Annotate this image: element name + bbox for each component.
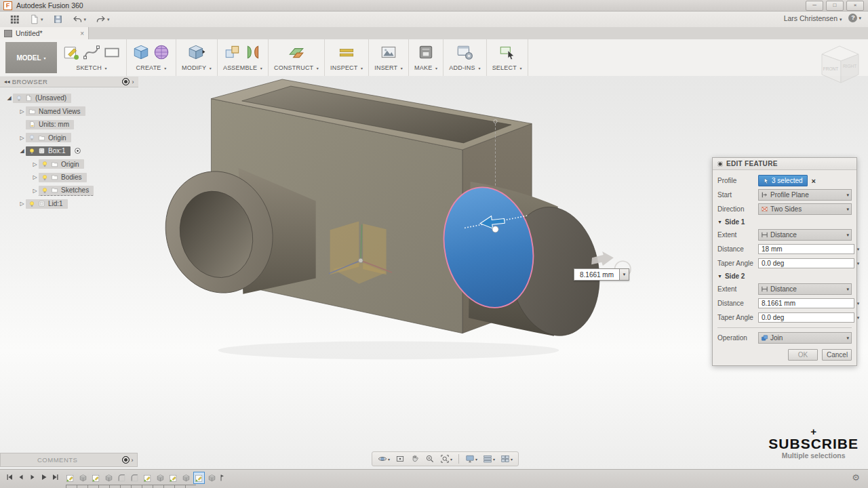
timeline-feature-sketch[interactable] xyxy=(167,472,179,484)
browser-item-origin[interactable]: ▷Origin xyxy=(0,158,138,171)
expander-icon[interactable]: ◢ xyxy=(5,95,13,101)
measure-icon[interactable] xyxy=(338,43,355,61)
browser-item-bodies[interactable]: ▷Bodies xyxy=(0,171,138,184)
browser-item-box-1[interactable]: ◢Box:1 xyxy=(0,144,138,158)
panel-expand-icon[interactable]: › xyxy=(132,457,134,464)
expander-icon[interactable]: ▷ xyxy=(31,188,39,194)
tree-node-chip[interactable]: Bodies xyxy=(39,173,87,182)
tree-node-chip[interactable]: (Unsaved) xyxy=(13,94,71,103)
select-icon[interactable] xyxy=(498,43,516,61)
ribbon-menu-modify[interactable]: MODIFY ▾ xyxy=(182,64,212,71)
display-toggle-icon[interactable] xyxy=(122,78,130,85)
tree-node-chip[interactable]: Named Views xyxy=(26,106,85,116)
visibility-bulb-icon[interactable] xyxy=(28,148,35,155)
side2-distance-input[interactable] xyxy=(758,298,854,308)
side2-section[interactable]: ▼ Side 2 xyxy=(717,270,852,282)
expander-icon[interactable]: ▷ xyxy=(18,201,26,207)
joint-icon[interactable] xyxy=(244,43,262,61)
dimension-input[interactable] xyxy=(574,268,620,281)
side1-section[interactable]: ▼ Side 1 xyxy=(717,216,852,228)
ribbon-menu-create[interactable]: CREATE ▾ xyxy=(136,64,167,71)
save-button[interactable] xyxy=(53,14,63,26)
orbit-icon[interactable]: ▾ xyxy=(376,453,392,465)
box-icon[interactable] xyxy=(132,43,150,61)
side2-taper-input[interactable] xyxy=(758,312,854,323)
timeline-feature-extrude[interactable] xyxy=(180,472,192,484)
workspace-selector[interactable]: MODEL▾ xyxy=(5,42,57,73)
side1-distance-input[interactable] xyxy=(758,244,854,254)
pan-icon[interactable] xyxy=(408,453,422,465)
visibility-bulb-icon[interactable] xyxy=(28,134,35,141)
fit-icon[interactable]: ▾ xyxy=(438,453,454,465)
side1-extent-dropdown[interactable]: Distance▾ xyxy=(758,229,852,241)
component-icon[interactable] xyxy=(224,43,241,61)
redo-button[interactable] xyxy=(96,14,106,26)
operation-dropdown[interactable]: Join▾ xyxy=(758,332,852,344)
undo-button[interactable] xyxy=(73,14,83,26)
playback-last-button[interactable] xyxy=(52,473,60,481)
browser-item-origin[interactable]: ▷Origin xyxy=(0,131,138,145)
press-pull-icon[interactable] xyxy=(188,43,205,61)
timeline-feature-fillet[interactable] xyxy=(129,472,140,484)
ribbon-menu-sketch[interactable]: SKETCH ▾ xyxy=(76,64,107,71)
viewports-icon[interactable]: ▾ xyxy=(498,453,515,465)
cancel-button[interactable]: Cancel xyxy=(822,349,852,361)
direction-dropdown[interactable]: Two Sides▾ xyxy=(758,203,852,215)
spinner-icon[interactable]: ▼ xyxy=(854,258,862,268)
addins-icon[interactable] xyxy=(456,43,473,61)
expander-icon[interactable]: ▷ xyxy=(31,174,39,180)
tree-node-chip[interactable]: Sketches xyxy=(39,186,94,196)
close-button[interactable]: × xyxy=(846,1,864,11)
ribbon-menu-add-ins[interactable]: ADD-INS ▾ xyxy=(449,64,480,71)
clear-selection-icon[interactable]: × xyxy=(812,177,816,185)
timeline-feature-fillet[interactable] xyxy=(116,472,127,484)
spinner-icon[interactable]: ▼ xyxy=(854,298,862,308)
view-cube[interactable]: FRONT RIGHT xyxy=(814,39,865,92)
browser-item-sketches[interactable]: ▷Sketches xyxy=(0,184,138,198)
visibility-bulb-icon[interactable] xyxy=(16,95,22,102)
form-icon[interactable] xyxy=(153,43,170,61)
expander-icon[interactable]: ▷ xyxy=(18,135,26,141)
playback-first-button[interactable] xyxy=(5,473,14,481)
timeline-feature-sketch[interactable] xyxy=(90,472,102,484)
document-tab[interactable]: Untitled* × xyxy=(0,27,89,39)
profile-selected-button[interactable]: 3 selected xyxy=(758,175,808,186)
rectangle-icon[interactable] xyxy=(103,43,121,61)
tree-node-chip[interactable]: Origin xyxy=(26,133,71,142)
ribbon-menu-assemble[interactable]: ASSEMBLE ▾ xyxy=(223,64,262,71)
expander-icon[interactable]: ▷ xyxy=(18,108,26,115)
dimension-spinner[interactable]: ▼ xyxy=(620,268,629,281)
expander-icon[interactable]: ▷ xyxy=(31,161,39,167)
help-menu[interactable]: ?▾ xyxy=(848,14,861,22)
image-icon[interactable] xyxy=(380,43,397,61)
timeline-marker-icon[interactable] xyxy=(219,472,227,483)
timeline-feature-sketch[interactable] xyxy=(193,472,205,484)
collapse-panel-icon[interactable]: ◂◂ xyxy=(4,79,12,85)
browser-item-lid-1[interactable]: ▷Lid:1 xyxy=(0,197,138,211)
spinner-icon[interactable]: ▼ xyxy=(854,244,862,254)
panel-expand-icon[interactable]: › xyxy=(132,79,135,85)
tree-node-chip[interactable]: Lid:1 xyxy=(26,199,68,209)
tree-node-chip[interactable]: Units: mm xyxy=(26,120,74,129)
user-menu[interactable]: Lars Christensen ▾ xyxy=(784,14,842,22)
playback-play-button[interactable] xyxy=(40,473,48,481)
apps-grid-icon[interactable] xyxy=(9,14,20,26)
timeline-settings-icon[interactable]: ⚙ xyxy=(852,472,860,483)
browser-item-units-mm[interactable]: Units: mm xyxy=(0,118,138,131)
ribbon-menu-construct[interactable]: CONSTRUCT ▾ xyxy=(274,64,319,71)
timeline-feature-extrude[interactable] xyxy=(103,472,115,484)
minimize-button[interactable]: ─ xyxy=(806,1,823,11)
ribbon-menu-inspect[interactable]: INSPECT ▾ xyxy=(330,64,363,71)
comments-panel[interactable]: COMMENTS › xyxy=(0,453,138,467)
file-menu-button[interactable] xyxy=(29,14,39,26)
tree-node-chip[interactable]: Origin xyxy=(39,159,84,169)
expander-icon[interactable]: ◢ xyxy=(18,148,26,154)
ribbon-menu-insert[interactable]: INSERT ▾ xyxy=(374,64,403,71)
timeline-feature-sketch[interactable] xyxy=(64,472,76,484)
zoom-icon[interactable] xyxy=(423,453,437,465)
print3d-icon[interactable] xyxy=(417,43,435,61)
browser-item--unsaved-[interactable]: ◢(Unsaved) xyxy=(0,92,138,105)
playback-next-button[interactable] xyxy=(28,473,37,481)
activate-component-icon[interactable] xyxy=(74,147,81,155)
dialog-header[interactable]: EDIT FEATURE xyxy=(713,158,856,170)
